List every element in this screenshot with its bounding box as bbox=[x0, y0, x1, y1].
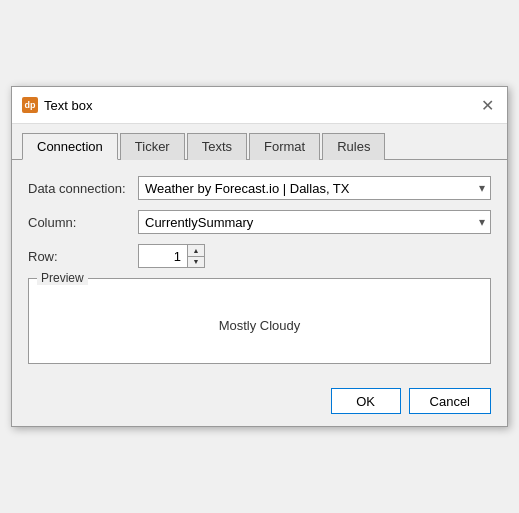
data-connection-select-wrapper: Weather by Forecast.io | Dallas, TX bbox=[138, 176, 491, 200]
tab-texts[interactable]: Texts bbox=[187, 133, 247, 160]
tab-rules[interactable]: Rules bbox=[322, 133, 385, 160]
row-input-wrapper: ▲ ▼ bbox=[138, 244, 205, 268]
row-spinner: ▲ ▼ bbox=[188, 244, 205, 268]
preview-group: Preview Mostly Cloudy bbox=[28, 278, 491, 364]
row-row: Row: ▲ ▼ bbox=[28, 244, 491, 268]
data-connection-label: Data connection: bbox=[28, 181, 138, 196]
title-bar: dp Text box ✕ bbox=[12, 87, 507, 124]
app-icon: dp bbox=[22, 97, 38, 113]
tab-format[interactable]: Format bbox=[249, 133, 320, 160]
text-box-dialog: dp Text box ✕ Connection Ticker Texts Fo… bbox=[11, 86, 508, 427]
data-connection-row: Data connection: Weather by Forecast.io … bbox=[28, 176, 491, 200]
column-label: Column: bbox=[28, 215, 138, 230]
close-button[interactable]: ✕ bbox=[477, 95, 497, 115]
data-connection-select[interactable]: Weather by Forecast.io | Dallas, TX bbox=[138, 176, 491, 200]
ok-button[interactable]: OK bbox=[331, 388, 401, 414]
row-input[interactable] bbox=[138, 244, 188, 268]
column-row: Column: CurrentlySummary bbox=[28, 210, 491, 234]
dialog-title: Text box bbox=[44, 98, 92, 113]
tab-ticker[interactable]: Ticker bbox=[120, 133, 185, 160]
row-label: Row: bbox=[28, 249, 138, 264]
button-row: OK Cancel bbox=[12, 376, 507, 426]
column-select[interactable]: CurrentlySummary bbox=[138, 210, 491, 234]
tab-connection[interactable]: Connection bbox=[22, 133, 118, 160]
preview-legend: Preview bbox=[37, 271, 88, 285]
column-select-wrapper: CurrentlySummary bbox=[138, 210, 491, 234]
row-spinner-up[interactable]: ▲ bbox=[188, 245, 204, 256]
title-bar-left: dp Text box bbox=[22, 97, 92, 113]
tab-bar: Connection Ticker Texts Format Rules bbox=[12, 124, 507, 160]
row-spinner-down[interactable]: ▼ bbox=[188, 256, 204, 268]
preview-content: Mostly Cloudy bbox=[37, 295, 482, 355]
cancel-button[interactable]: Cancel bbox=[409, 388, 491, 414]
tab-content: Data connection: Weather by Forecast.io … bbox=[12, 160, 507, 376]
